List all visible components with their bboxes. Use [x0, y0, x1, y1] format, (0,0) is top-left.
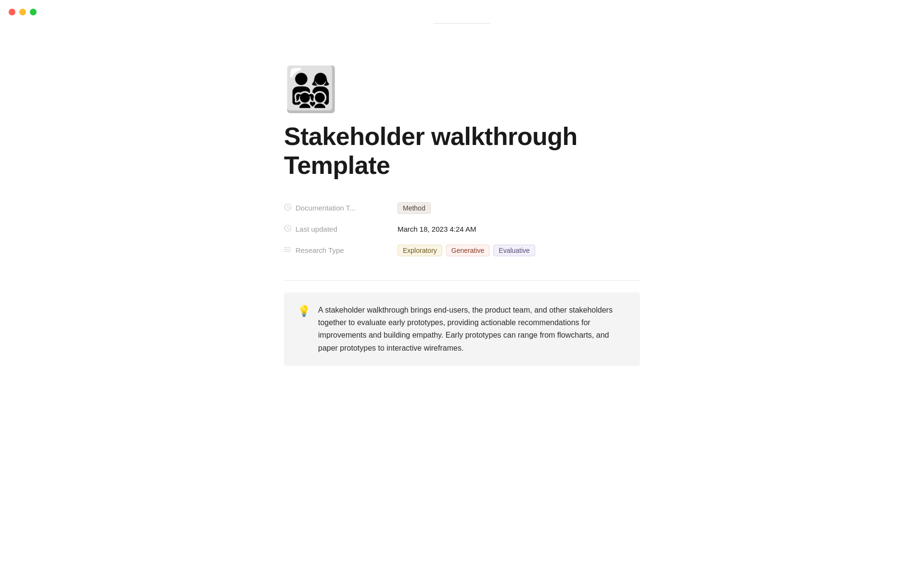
method-tag[interactable]: Method: [398, 202, 431, 214]
lastupdated-values: March 18, 2023 4:24 AM: [398, 225, 476, 233]
clock-icon-doctype: [284, 203, 292, 212]
top-divider: [433, 23, 491, 24]
property-row-doctype: Documentation T... Method: [284, 197, 640, 219]
property-label-lastupdated: Last updated: [284, 224, 390, 234]
maximize-button[interactable]: [30, 9, 37, 15]
callout-block: 💡 A stakeholder walkthrough brings end-u…: [284, 292, 640, 367]
property-row-researchtype: Research Type Exploratory Generative Eva…: [284, 240, 640, 261]
lightbulb-icon: 💡: [297, 305, 310, 317]
minimize-button[interactable]: [19, 9, 26, 15]
doctype-label-text: Documentation T...: [295, 204, 356, 212]
lastupdated-label-text: Last updated: [295, 225, 337, 233]
exploratory-tag[interactable]: Exploratory: [398, 245, 442, 256]
clock-icon-lastupdated: [284, 224, 292, 234]
section-divider: [284, 280, 640, 281]
list-icon-researchtype: [284, 246, 292, 255]
date-value: March 18, 2023 4:24 AM: [398, 225, 476, 233]
traffic-lights: [9, 9, 37, 15]
property-label-doctype: Documentation T...: [284, 203, 390, 212]
svg-point-7: [284, 251, 285, 252]
page-icon[interactable]: 👨‍👩‍👧‍👦: [284, 67, 640, 111]
properties-section: Documentation T... Method Last updated M…: [284, 197, 640, 261]
evaluative-tag[interactable]: Evaluative: [493, 245, 535, 256]
svg-point-5: [284, 247, 285, 248]
researchtype-label-text: Research Type: [295, 246, 344, 254]
callout-text: A stakeholder walkthrough brings end-use…: [318, 304, 627, 355]
doctype-values: Method: [398, 202, 431, 214]
property-row-lastupdated: Last updated March 18, 2023 4:24 AM: [284, 219, 640, 240]
main-content: 👨‍👩‍👧‍👦 Stakeholder walkthrough Template…: [245, 0, 679, 405]
close-button[interactable]: [9, 9, 15, 15]
generative-tag[interactable]: Generative: [446, 245, 489, 256]
property-label-researchtype: Research Type: [284, 246, 390, 255]
researchtype-tags: Exploratory Generative Evaluative: [398, 245, 535, 256]
page-title[interactable]: Stakeholder walkthrough Template: [284, 122, 640, 180]
svg-point-6: [284, 249, 285, 250]
